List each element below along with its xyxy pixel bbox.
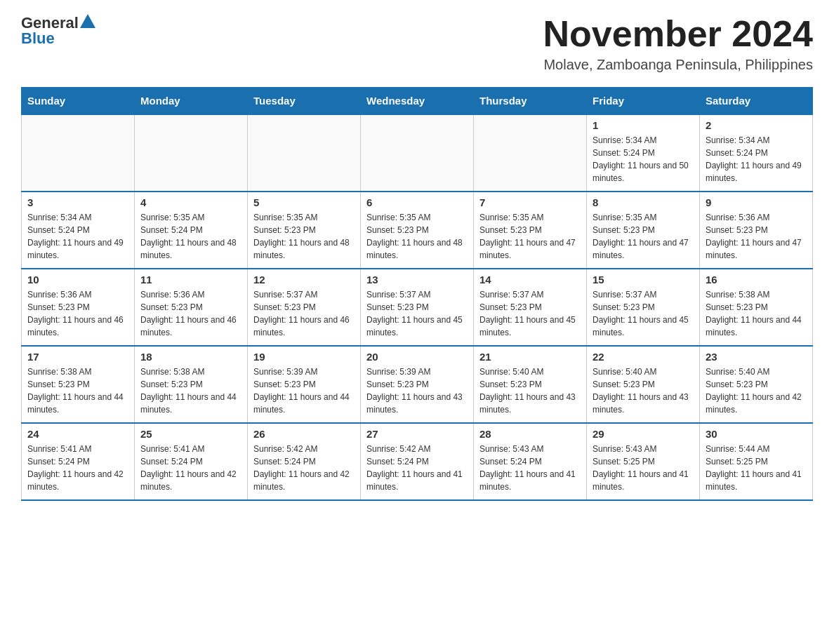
logo: General Blue — [21, 14, 95, 48]
day-info: Sunrise: 5:35 AM Sunset: 5:23 PM Dayligh… — [479, 211, 581, 262]
calendar-cell — [135, 114, 248, 192]
calendar-cell: 10Sunrise: 5:36 AM Sunset: 5:23 PM Dayli… — [22, 269, 135, 346]
day-info: Sunrise: 5:42 AM Sunset: 5:24 PM Dayligh… — [253, 443, 355, 493]
day-number: 30 — [706, 428, 807, 440]
day-info: Sunrise: 5:35 AM Sunset: 5:23 PM Dayligh… — [593, 211, 694, 262]
calendar-cell: 14Sunrise: 5:37 AM Sunset: 5:23 PM Dayli… — [474, 269, 587, 346]
day-number: 4 — [140, 196, 241, 208]
calendar-cell: 27Sunrise: 5:42 AM Sunset: 5:24 PM Dayli… — [361, 423, 474, 500]
day-info: Sunrise: 5:41 AM Sunset: 5:24 PM Dayligh… — [27, 443, 128, 493]
day-info: Sunrise: 5:43 AM Sunset: 5:25 PM Dayligh… — [593, 443, 694, 493]
day-number: 28 — [479, 428, 581, 440]
day-info: Sunrise: 5:36 AM Sunset: 5:23 PM Dayligh… — [27, 288, 128, 339]
day-number: 26 — [253, 428, 355, 440]
column-header-wednesday: Wednesday — [361, 88, 474, 115]
calendar-table: SundayMondayTuesdayWednesdayThursdayFrid… — [21, 87, 813, 501]
logo-blue-text: Blue — [21, 29, 55, 48]
calendar-cell — [361, 114, 474, 192]
calendar-header-row: SundayMondayTuesdayWednesdayThursdayFrid… — [22, 88, 813, 115]
calendar-week-row: 17Sunrise: 5:38 AM Sunset: 5:23 PM Dayli… — [22, 346, 813, 423]
day-info: Sunrise: 5:41 AM Sunset: 5:24 PM Dayligh… — [140, 443, 241, 493]
calendar-cell: 11Sunrise: 5:36 AM Sunset: 5:23 PM Dayli… — [135, 269, 248, 346]
calendar-cell: 26Sunrise: 5:42 AM Sunset: 5:24 PM Dayli… — [248, 423, 361, 500]
title-block: November 2024 Molave, Zamboanga Peninsul… — [543, 14, 813, 73]
calendar-cell: 25Sunrise: 5:41 AM Sunset: 5:24 PM Dayli… — [135, 423, 248, 500]
day-info: Sunrise: 5:38 AM Sunset: 5:23 PM Dayligh… — [27, 365, 128, 416]
day-number: 29 — [593, 428, 694, 440]
day-number: 13 — [366, 274, 468, 286]
day-number: 14 — [479, 274, 581, 286]
column-header-friday: Friday — [587, 88, 700, 115]
day-number: 5 — [253, 196, 355, 208]
day-info: Sunrise: 5:42 AM Sunset: 5:24 PM Dayligh… — [366, 443, 468, 493]
day-number: 24 — [27, 428, 128, 440]
day-number: 9 — [706, 196, 807, 208]
calendar-cell: 7Sunrise: 5:35 AM Sunset: 5:23 PM Daylig… — [474, 192, 587, 269]
day-number: 1 — [593, 119, 694, 131]
calendar-cell: 8Sunrise: 5:35 AM Sunset: 5:23 PM Daylig… — [587, 192, 700, 269]
calendar-week-row: 24Sunrise: 5:41 AM Sunset: 5:24 PM Dayli… — [22, 423, 813, 500]
day-number: 25 — [140, 428, 241, 440]
calendar-cell: 4Sunrise: 5:35 AM Sunset: 5:24 PM Daylig… — [135, 192, 248, 269]
calendar-cell: 1Sunrise: 5:34 AM Sunset: 5:24 PM Daylig… — [587, 114, 700, 192]
calendar-cell: 17Sunrise: 5:38 AM Sunset: 5:23 PM Dayli… — [22, 346, 135, 423]
day-info: Sunrise: 5:39 AM Sunset: 5:23 PM Dayligh… — [253, 365, 355, 416]
day-info: Sunrise: 5:37 AM Sunset: 5:23 PM Dayligh… — [366, 288, 468, 339]
column-header-monday: Monday — [135, 88, 248, 115]
day-number: 16 — [706, 274, 807, 286]
calendar-cell: 15Sunrise: 5:37 AM Sunset: 5:23 PM Dayli… — [587, 269, 700, 346]
calendar-cell: 21Sunrise: 5:40 AM Sunset: 5:23 PM Dayli… — [474, 346, 587, 423]
day-info: Sunrise: 5:40 AM Sunset: 5:23 PM Dayligh… — [706, 365, 807, 416]
calendar-cell: 2Sunrise: 5:34 AM Sunset: 5:24 PM Daylig… — [700, 114, 813, 192]
day-info: Sunrise: 5:34 AM Sunset: 5:24 PM Dayligh… — [27, 211, 128, 262]
day-info: Sunrise: 5:34 AM Sunset: 5:24 PM Dayligh… — [593, 134, 694, 185]
calendar-cell: 20Sunrise: 5:39 AM Sunset: 5:23 PM Dayli… — [361, 346, 474, 423]
day-info: Sunrise: 5:43 AM Sunset: 5:24 PM Dayligh… — [479, 443, 581, 493]
day-number: 22 — [593, 351, 694, 363]
day-number: 18 — [140, 351, 241, 363]
day-info: Sunrise: 5:35 AM Sunset: 5:23 PM Dayligh… — [253, 211, 355, 262]
calendar-cell: 22Sunrise: 5:40 AM Sunset: 5:23 PM Dayli… — [587, 346, 700, 423]
calendar-cell: 6Sunrise: 5:35 AM Sunset: 5:23 PM Daylig… — [361, 192, 474, 269]
column-header-thursday: Thursday — [474, 88, 587, 115]
column-header-saturday: Saturday — [700, 88, 813, 115]
day-info: Sunrise: 5:44 AM Sunset: 5:25 PM Dayligh… — [706, 443, 807, 493]
column-header-tuesday: Tuesday — [248, 88, 361, 115]
day-number: 19 — [253, 351, 355, 363]
day-info: Sunrise: 5:37 AM Sunset: 5:23 PM Dayligh… — [593, 288, 694, 339]
calendar-cell: 16Sunrise: 5:38 AM Sunset: 5:23 PM Dayli… — [700, 269, 813, 346]
day-info: Sunrise: 5:36 AM Sunset: 5:23 PM Dayligh… — [706, 211, 807, 262]
day-number: 17 — [27, 351, 128, 363]
calendar-cell: 5Sunrise: 5:35 AM Sunset: 5:23 PM Daylig… — [248, 192, 361, 269]
day-info: Sunrise: 5:36 AM Sunset: 5:23 PM Dayligh… — [140, 288, 241, 339]
day-number: 2 — [706, 119, 807, 131]
day-number: 12 — [253, 274, 355, 286]
calendar-cell: 9Sunrise: 5:36 AM Sunset: 5:23 PM Daylig… — [700, 192, 813, 269]
day-info: Sunrise: 5:39 AM Sunset: 5:23 PM Dayligh… — [366, 365, 468, 416]
day-number: 23 — [706, 351, 807, 363]
day-info: Sunrise: 5:34 AM Sunset: 5:24 PM Dayligh… — [706, 134, 807, 185]
calendar-week-row: 1Sunrise: 5:34 AM Sunset: 5:24 PM Daylig… — [22, 114, 813, 192]
page-header: General Blue November 2024 Molave, Zambo… — [21, 14, 813, 73]
month-title: November 2024 — [543, 14, 813, 54]
logo-triangle-icon — [80, 14, 95, 28]
day-number: 8 — [593, 196, 694, 208]
day-number: 15 — [593, 274, 694, 286]
day-info: Sunrise: 5:37 AM Sunset: 5:23 PM Dayligh… — [479, 288, 581, 339]
calendar-cell — [474, 114, 587, 192]
day-number: 3 — [27, 196, 128, 208]
day-number: 7 — [479, 196, 581, 208]
calendar-cell — [248, 114, 361, 192]
calendar-cell: 30Sunrise: 5:44 AM Sunset: 5:25 PM Dayli… — [700, 423, 813, 500]
calendar-cell: 28Sunrise: 5:43 AM Sunset: 5:24 PM Dayli… — [474, 423, 587, 500]
calendar-cell: 13Sunrise: 5:37 AM Sunset: 5:23 PM Dayli… — [361, 269, 474, 346]
calendar-week-row: 10Sunrise: 5:36 AM Sunset: 5:23 PM Dayli… — [22, 269, 813, 346]
day-number: 6 — [366, 196, 468, 208]
calendar-cell: 12Sunrise: 5:37 AM Sunset: 5:23 PM Dayli… — [248, 269, 361, 346]
day-number: 27 — [366, 428, 468, 440]
calendar-cell: 29Sunrise: 5:43 AM Sunset: 5:25 PM Dayli… — [587, 423, 700, 500]
day-info: Sunrise: 5:38 AM Sunset: 5:23 PM Dayligh… — [140, 365, 241, 416]
day-info: Sunrise: 5:35 AM Sunset: 5:24 PM Dayligh… — [140, 211, 241, 262]
day-number: 11 — [140, 274, 241, 286]
day-info: Sunrise: 5:38 AM Sunset: 5:23 PM Dayligh… — [706, 288, 807, 339]
